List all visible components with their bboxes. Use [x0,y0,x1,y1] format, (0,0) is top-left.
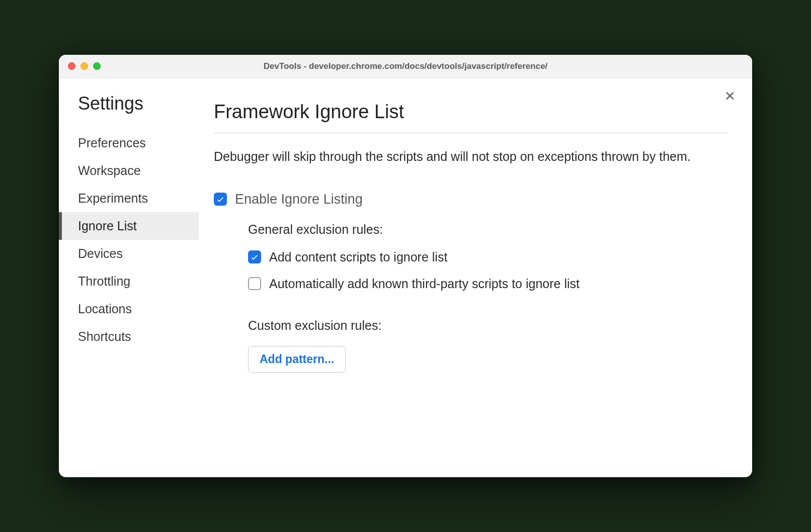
window-title: DevTools - developer.chrome.com/docs/dev… [59,61,752,71]
sidebar-item-throttling[interactable]: Throttling [59,268,199,295]
check-icon [250,252,259,261]
sidebar-item-preferences[interactable]: Preferences [59,129,199,157]
settings-sidebar: Settings Preferences Workspace Experimen… [59,78,199,477]
enable-ignore-listing-row[interactable]: Enable Ignore Listing [214,192,727,207]
enable-ignore-listing-checkbox[interactable] [214,193,227,206]
auto-third-party-label: Automatically add known third-party scri… [269,277,580,291]
add-content-scripts-label: Add content scripts to ignore list [269,250,447,264]
sidebar-item-locations[interactable]: Locations [59,295,199,323]
sidebar-item-devices[interactable]: Devices [59,240,199,268]
enable-ignore-listing-label: Enable Ignore Listing [235,192,363,207]
page-description: Debugger will skip through the scripts a… [214,147,727,166]
window-zoom-icon[interactable] [93,62,101,70]
check-icon [216,195,225,204]
sidebar-item-ignore-list[interactable]: Ignore List [59,212,199,240]
sidebar-item-shortcuts[interactable]: Shortcuts [59,323,199,350]
settings-title: Settings [78,93,199,114]
window-close-icon[interactable] [68,62,75,70]
close-icon[interactable]: ✕ [723,89,737,103]
ignore-listing-subsection: General exclusion rules: Add content scr… [248,222,727,373]
traffic-lights [68,62,101,70]
content-area: ✕ Settings Preferences Workspace Experim… [59,78,752,477]
add-content-scripts-row[interactable]: Add content scripts to ignore list [248,250,727,264]
auto-third-party-checkbox[interactable] [248,277,261,290]
titlebar: DevTools - developer.chrome.com/docs/dev… [59,55,752,78]
devtools-window: DevTools - developer.chrome.com/docs/dev… [59,55,752,477]
divider [214,133,727,133]
add-pattern-button[interactable]: Add pattern... [248,346,346,373]
custom-rules-heading: Custom exclusion rules: [248,318,727,333]
general-rules-heading: General exclusion rules: [248,222,727,237]
sidebar-item-experiments[interactable]: Experiments [59,185,199,212]
window-minimize-icon[interactable] [80,62,88,70]
main-panel: Framework Ignore List Debugger will skip… [199,78,752,477]
page-heading: Framework Ignore List [214,101,727,133]
add-content-scripts-checkbox[interactable] [248,250,261,263]
auto-third-party-row[interactable]: Automatically add known third-party scri… [248,277,727,291]
sidebar-item-workspace[interactable]: Workspace [59,157,199,185]
